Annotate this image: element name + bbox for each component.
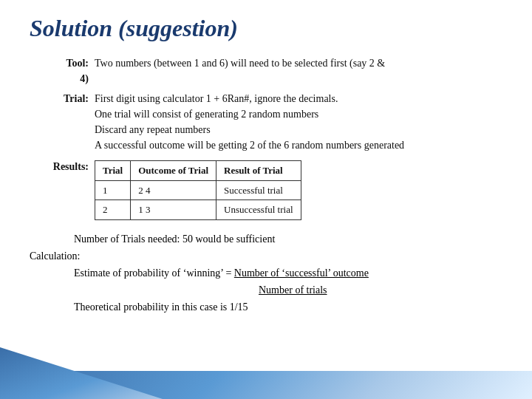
tool-sub: 4) (30, 71, 89, 86)
results-label: Results: (53, 161, 89, 172)
bottom-line4: Number of trials (259, 282, 502, 299)
tool-row: Tool: 4) Two numbers (between 1 and 6) w… (30, 55, 502, 86)
content-area: Tool: 4) Two numbers (between 1 and 6) w… (30, 55, 502, 220)
page-title: Solution (suggestion) (30, 15, 502, 42)
page: Solution (suggestion) Tool: 4) Two numbe… (0, 0, 532, 399)
col-header-outcome: Outcome of Trial (131, 161, 216, 181)
bottom-line1: Number of Trials needed: 50 would be suf… (74, 231, 502, 248)
cell-trial-1: 1 (95, 180, 131, 200)
table-row: 1 2 4 Successful trial (95, 180, 301, 200)
trial-label: Trial: (64, 93, 89, 104)
trial-line-1: First digit using calculator 1 + 6Ran#, … (95, 91, 502, 106)
table-row: 2 1 3 Unsuccessful trial (95, 200, 301, 220)
tool-label: Tool: (30, 55, 89, 71)
cell-outcome-2: 1 3 (131, 200, 216, 220)
underline-text2: Number of trials (259, 284, 327, 296)
trial-line-3: Discard any repeat numbers (95, 122, 502, 137)
cell-result-1: Successful trial (216, 180, 301, 200)
cell-result-2: Unsuccessful trial (216, 200, 301, 220)
col-header-trial: Trial (95, 161, 131, 181)
col-header-result: Result of Trial (216, 161, 301, 181)
trial-text: First digit using calculator 1 + 6Ran#, … (95, 91, 502, 153)
trial-line-2: One trial will consist of generating 2 r… (95, 106, 502, 122)
results-row: Results: Trial Outcome of Trial Result o… (30, 157, 502, 220)
bottom-line5: Theoretical probability in this case is … (74, 299, 502, 316)
trial-row: Trial: First digit using calculator 1 + … (30, 91, 502, 153)
table-header-row: Trial Outcome of Trial Result of Trial (95, 161, 301, 181)
tool-text: Two numbers (between 1 and 6) will need … (95, 55, 502, 86)
cell-trial-2: 2 (95, 200, 131, 220)
underline-text: Number of ‘successful’ outcome (234, 267, 369, 279)
trial-line-4: A successful outcome will be getting 2 o… (95, 137, 502, 153)
cell-outcome-1: 2 4 (131, 180, 216, 200)
bottom-line2: Calculation: (30, 248, 502, 265)
results-table: Trial Outcome of Trial Result of Trial 1… (95, 160, 301, 220)
bottom-line3: Estimate of probability of ‘winning’ = N… (74, 265, 502, 282)
bottom-section: Number of Trials needed: 50 would be suf… (30, 231, 502, 316)
results-table-container: Trial Outcome of Trial Result of Trial 1… (95, 157, 301, 220)
